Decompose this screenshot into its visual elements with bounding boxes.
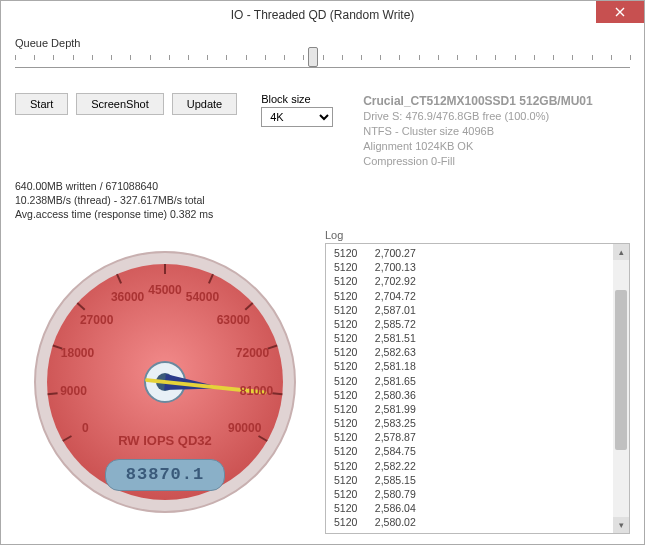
log-row: 5120 2,580.02	[334, 515, 605, 529]
log-row: 5120 2,704.72	[334, 289, 605, 303]
log-row: 5120 2,582.63	[334, 345, 605, 359]
content-area: Queue Depth Start ScreenShot Update Bloc…	[1, 29, 644, 544]
gauge-tick-label: 81000	[240, 384, 273, 398]
stat-latency: Avg.access time (response time) 0.382 ms	[15, 207, 630, 221]
log-row: 5120 2,580.53	[334, 530, 605, 533]
gauge-zone: 0900018000270003600045000540006300072000…	[15, 229, 315, 534]
log-row: 5120 2,586.04	[334, 501, 605, 515]
stat-throughput: 10.238MB/s (thread) - 327.617MB/s total	[15, 193, 630, 207]
block-size-select[interactable]: 4K	[261, 107, 333, 127]
slider-thumb[interactable]	[308, 47, 318, 67]
controls-row: Start ScreenShot Update Block size 4K Cr…	[15, 93, 630, 169]
log-content: 5120 2,700.275120 2,700.135120 2,702.925…	[326, 244, 613, 533]
log-box: 5120 2,700.275120 2,700.135120 2,702.925…	[325, 243, 630, 534]
block-size-label: Block size	[261, 93, 333, 105]
gauge-tick-label: 18000	[61, 346, 94, 360]
update-button[interactable]: Update	[172, 93, 237, 115]
scroll-down-icon[interactable]: ▾	[613, 517, 629, 533]
log-row: 5120 2,585.72	[334, 317, 605, 331]
gauge-tick-label: 9000	[60, 384, 87, 398]
log-row: 5120 2,702.92	[334, 274, 605, 288]
log-row: 5120 2,582.22	[334, 459, 605, 473]
log-row: 5120 2,581.51	[334, 331, 605, 345]
gauge-tick-label: 45000	[148, 283, 181, 297]
stat-written: 640.00MB written / 671088640	[15, 179, 630, 193]
log-row: 5120 2,700.27	[334, 246, 605, 260]
gauge-tick-label: 72000	[236, 346, 269, 360]
screenshot-button[interactable]: ScreenShot	[76, 93, 163, 115]
queue-depth-label: Queue Depth	[15, 37, 630, 49]
gauge-tick-label: 63000	[217, 313, 250, 327]
drive-comp: Compression 0-Fill	[363, 154, 592, 169]
drive-name: Crucial_CT512MX100SSD1 512GB/MU01	[363, 93, 592, 109]
window-title: IO - Threaded QD (Random Write)	[1, 8, 644, 22]
log-row: 5120 2,585.15	[334, 473, 605, 487]
log-row: 5120 2,581.65	[334, 374, 605, 388]
start-button[interactable]: Start	[15, 93, 68, 115]
titlebar[interactable]: IO - Threaded QD (Random Write)	[1, 1, 644, 29]
gauge-title: RW IOPS QD32	[20, 433, 310, 448]
queue-depth-slider[interactable]	[15, 51, 630, 75]
svg-line-5	[48, 393, 58, 394]
log-row: 5120 2,584.75	[334, 444, 605, 458]
gauge-tick-label: 27000	[80, 313, 113, 327]
log-row: 5120 2,583.25	[334, 416, 605, 430]
gauge: 0900018000270003600045000540006300072000…	[20, 237, 310, 527]
svg-line-13	[272, 393, 282, 394]
log-row: 5120 2,581.18	[334, 359, 605, 373]
scroll-up-icon[interactable]: ▴	[613, 244, 629, 260]
close-button[interactable]	[596, 1, 644, 23]
lower-row: 0900018000270003600045000540006300072000…	[15, 229, 630, 534]
gauge-tick-label: 54000	[186, 290, 219, 304]
log-row: 5120 2,580.36	[334, 388, 605, 402]
log-scrollbar[interactable]: ▴ ▾	[613, 244, 629, 533]
log-row: 5120 2,587.01	[334, 303, 605, 317]
drive-fs: NTFS - Cluster size 4096B	[363, 124, 592, 139]
drive-align: Alignment 1024KB OK	[363, 139, 592, 154]
block-size-section: Block size 4K	[261, 93, 333, 127]
log-row: 5120 2,700.13	[334, 260, 605, 274]
drive-info: Crucial_CT512MX100SSD1 512GB/MU01 Drive …	[363, 93, 592, 169]
log-label: Log	[325, 229, 630, 241]
gauge-display: 83870.1	[105, 459, 225, 491]
log-row: 5120 2,580.79	[334, 487, 605, 501]
log-row: 5120 2,578.87	[334, 430, 605, 444]
gauge-tick-label: 36000	[111, 290, 144, 304]
stats-block: 640.00MB written / 671088640 10.238MB/s …	[15, 179, 630, 222]
log-zone: Log 5120 2,700.275120 2,700.135120 2,702…	[325, 229, 630, 534]
scroll-thumb[interactable]	[615, 290, 627, 450]
log-row: 5120 2,581.99	[334, 402, 605, 416]
drive-free: Drive S: 476.9/476.8GB free (100.0%)	[363, 109, 592, 124]
app-window: IO - Threaded QD (Random Write) Queue De…	[0, 0, 645, 545]
